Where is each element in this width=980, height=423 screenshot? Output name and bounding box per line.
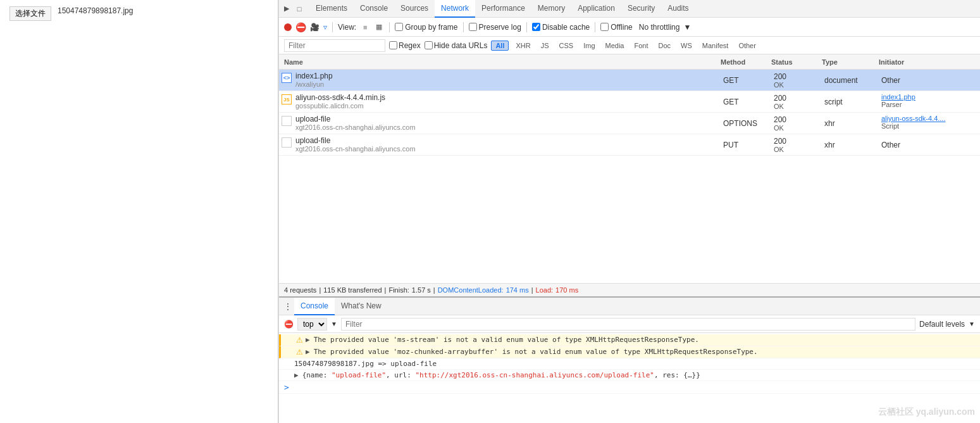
preserve-log-input[interactable] (469, 23, 477, 31)
table-row[interactable]: <> index1.php /wxaliyun GET 200 OK docum… (279, 70, 980, 91)
console-filter-input[interactable] (341, 318, 915, 331)
default-levels-label: Default levels (919, 320, 965, 329)
disable-cache-input[interactable] (532, 23, 540, 31)
row-name-domain: upload-file xgt2016.oss-cn-shanghai.aliy… (295, 115, 416, 131)
console-line-warning-2: ⚠ ▶ The provided value 'moz-chunked-arra… (279, 346, 980, 358)
filter-img[interactable]: Img (580, 41, 598, 50)
filter-button[interactable]: ▿ (323, 23, 327, 32)
console-link-url[interactable]: "http://xgt2016.oss-cn-shanghai.aliyuncs… (415, 371, 654, 379)
initiator-link[interactable]: aliyun-oss-sdk-4.4.... (881, 115, 945, 122)
record-button[interactable] (284, 23, 292, 31)
row-method: PUT (721, 134, 771, 155)
tab-sources[interactable]: Sources (394, 0, 435, 18)
context-dropdown-icon[interactable]: ▼ (331, 320, 337, 327)
tab-memory[interactable]: Memory (531, 0, 571, 18)
filter-xhr[interactable]: XHR (512, 41, 533, 50)
filter-css[interactable]: CSS (556, 41, 577, 50)
group-by-frame-input[interactable] (395, 23, 403, 31)
throttle-dropdown-icon[interactable]: ▼ (683, 23, 691, 32)
tab-console-bottom[interactable]: Console (294, 298, 335, 315)
table-row[interactable]: upload-file xgt2016.oss-cn-shanghai.aliy… (279, 134, 980, 156)
left-panel: 选择文件 150474879898187.jpg (0, 0, 278, 423)
filter-other[interactable]: Other (735, 41, 759, 50)
console-link-name[interactable]: "upload-file" (332, 371, 386, 379)
row-filename: upload-file (295, 115, 416, 123)
network-toolbar: ⛔ 🎥 ▿ View: ≡ ▦ Group by frame Preserve … (279, 18, 980, 37)
row-icon-js: JS (282, 94, 292, 104)
list-view-icon[interactable]: ≡ (360, 22, 370, 32)
cursor-icon[interactable]: ▶ (282, 4, 292, 14)
table-row[interactable]: upload-file xgt2016.oss-cn-shanghai.aliy… (279, 113, 980, 134)
devtools-icons: ▶ □ (282, 4, 304, 14)
toolbar-divider3 (463, 22, 464, 32)
offline-checkbox[interactable]: Offline (600, 23, 632, 32)
load-value: 170 ms (555, 286, 578, 294)
hide-data-urls-input[interactable] (425, 41, 433, 49)
view-label: View: (338, 23, 356, 32)
tab-application[interactable]: Application (571, 0, 621, 18)
filter-media[interactable]: Media (602, 41, 628, 50)
disable-cache-checkbox[interactable]: Disable cache (532, 23, 590, 32)
regex-input[interactable] (389, 41, 397, 49)
tab-network[interactable]: Network (435, 0, 475, 18)
toolbar-divider4 (526, 22, 527, 32)
row-icon-xhr (282, 137, 292, 148)
initiator-link[interactable]: index1.php (881, 93, 915, 101)
large-rows-icon[interactable]: ▦ (374, 22, 384, 32)
header-method: Method (718, 58, 769, 66)
toolbar-divider5 (595, 22, 595, 32)
filter-manifest[interactable]: Manifest (699, 41, 732, 50)
context-select[interactable]: top (297, 318, 327, 331)
initiator-sub: Script (881, 122, 899, 130)
bottom-panel: ⋮ Console What's New ⛔ top ▼ Default lev… (279, 296, 980, 423)
choose-file-button[interactable]: 选择文件 (9, 6, 51, 21)
row-method: OPTIONS (721, 113, 771, 134)
filter-ws[interactable]: WS (678, 41, 695, 50)
console-line-warning-1: ⚠ ▶ The provided value 'ms-stream' is no… (279, 334, 980, 346)
console-line-info-2: ▶ {name: "upload-file", url: "http://xgt… (279, 370, 980, 381)
bottom-menu-icon[interactable]: ⋮ (282, 300, 294, 313)
row-type: script (822, 91, 879, 112)
filter-doc[interactable]: Doc (655, 41, 674, 50)
row-name-cell: <> index1.php /wxaliyun (279, 70, 721, 91)
expand-arrow-1[interactable]: ▶ (306, 336, 310, 344)
regex-checkbox[interactable]: Regex (389, 41, 421, 50)
tab-whats-new[interactable]: What's New (335, 298, 388, 315)
dom-loaded-value: 174 ms (506, 286, 529, 294)
tab-security[interactable]: Security (621, 0, 661, 18)
tab-console[interactable]: Console (354, 0, 394, 18)
console-caret-line[interactable]: > (279, 381, 980, 394)
finish-value: 1.57 s (412, 286, 431, 294)
levels-dropdown-icon[interactable]: ▼ (969, 320, 975, 327)
filter-all-button[interactable]: All (491, 41, 509, 51)
row-method: GET (721, 91, 771, 112)
row-status: 200 OK (771, 134, 822, 155)
filter-bar: Regex Hide data URLs All XHR JS CSS Img … (279, 37, 980, 54)
console-text-1: The provided value 'ms-stream' is not a … (314, 336, 699, 344)
inspect-icon[interactable]: □ (294, 4, 304, 14)
expand-arrow-2[interactable]: ▶ (306, 348, 310, 356)
filter-input[interactable] (284, 39, 385, 52)
hide-data-urls-checkbox[interactable]: Hide data URLs (425, 41, 488, 50)
preserve-log-checkbox[interactable]: Preserve log (469, 23, 521, 32)
console-stop-icon[interactable]: ⛔ (284, 320, 294, 329)
row-status: 200 OK (771, 91, 822, 112)
expand-arrow-3[interactable]: ▶ (294, 371, 299, 379)
filter-js[interactable]: JS (538, 41, 552, 50)
table-header: Name Method Status Type Initiator (279, 54, 980, 70)
requests-count: 4 requests (284, 286, 316, 294)
filter-font[interactable]: Font (631, 41, 651, 50)
tab-elements[interactable]: Elements (309, 0, 354, 18)
tab-audits[interactable]: Audits (661, 0, 695, 18)
load-label: Load: (536, 286, 554, 294)
bottom-tab-bar: ⋮ Console What's New (279, 298, 980, 315)
offline-input[interactable] (600, 23, 609, 31)
group-by-frame-checkbox[interactable]: Group by frame (395, 23, 457, 32)
table-row[interactable]: JS aliyun-oss-sdk-4.4.4.min.js gosspubli… (279, 91, 980, 113)
stop-recording-button[interactable]: ⛔ (295, 22, 306, 32)
screenshot-button[interactable]: 🎥 (310, 23, 319, 32)
console-text-3: 150474879898187.jpg => upload-file (294, 360, 437, 368)
row-initiator: aliyun-oss-sdk-4.4.... Script (879, 113, 980, 134)
tab-performance[interactable]: Performance (475, 0, 531, 18)
header-status: Status (769, 58, 819, 66)
